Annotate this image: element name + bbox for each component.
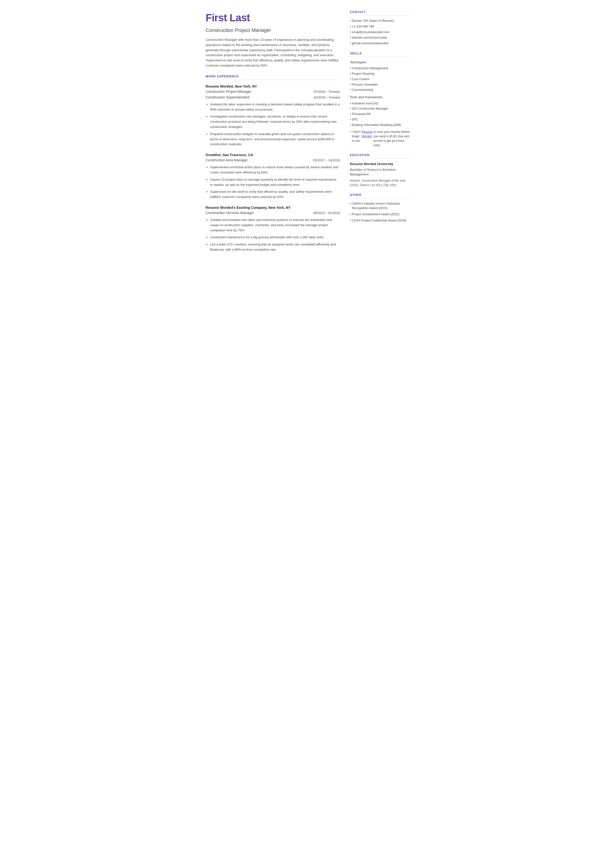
employer-block-3: Resume Worded's Exciting Company, New Yo… — [206, 205, 340, 252]
job-row-2-1: Construction Area Manager 05/2017 – 10/2… — [206, 158, 340, 163]
bullet-list-1: Assisted the labor supervisor in creatin… — [210, 102, 340, 147]
bullet-1-1: Assisted the labor supervisor in creatin… — [210, 102, 340, 112]
edu-degree: Bachelor of Science in Business Manageme… — [350, 167, 411, 177]
skill-technique-1: Construction Management — [350, 66, 411, 71]
contact-location: Denver, OH (Open to Remote) — [350, 19, 411, 23]
other-section: OTHER CMAA's Industry Honors Individual … — [350, 193, 411, 223]
right-column: CONTACT Denver, OH (Open to Remote) +1-2… — [350, 10, 411, 258]
skills-section: SKILLS Techniques: Construction Manageme… — [350, 51, 411, 148]
job-row-1-1: Construction Project Manager 07/2019 – P… — [206, 89, 340, 94]
skill-tool-5: Building Information Modeling (BIM) — [350, 123, 411, 127]
other-item-3: COAA Project Leadership Award (2018) — [350, 218, 411, 223]
bullet-2-1: Implemented corrective action plans to r… — [210, 165, 340, 175]
skill-tool-3: Primavera P6 — [350, 112, 411, 116]
bullet-3-1: Created and installed new labor and inve… — [210, 217, 340, 233]
skill-technique-3: Cost Control — [350, 77, 411, 82]
bullet-2-2: Inspect 10 project sites on average quar… — [210, 177, 340, 188]
bullet-1-3: Prepared construction budgets to evaluat… — [210, 132, 340, 147]
skill-technique-4: Process Scheduler — [350, 82, 411, 87]
job-date-1-1: 07/2019 – Present — [313, 89, 340, 94]
contact-email[interactable]: email@resumeworded.com — [350, 30, 411, 35]
contact-section: CONTACT Denver, OH (Open to Remote) +1-2… — [350, 10, 411, 46]
other-section-title: OTHER — [350, 193, 411, 199]
rw-note: • Don't forget to use Resume Worded to s… — [350, 130, 411, 148]
contact-github[interactable]: github.com/resumeworded — [350, 41, 411, 46]
techniques-label: Techniques: — [350, 60, 411, 65]
left-column: First Last Construction Project Manager … — [206, 10, 340, 258]
employer-name-1: Resume Worded, New York, NY — [206, 84, 340, 89]
employer-block-2: Growthsi, San Francisco, CA Construction… — [206, 152, 340, 200]
job-date-3-1: 08/2012 – 01/2015 — [313, 211, 340, 216]
candidate-title: Construction Project Manager — [206, 26, 340, 34]
job-title-2-1: Construction Area Manager — [206, 158, 248, 163]
bullet-list-2: Implemented corrective action plans to r… — [210, 165, 340, 200]
job-title-1-1: Construction Project Manager — [206, 89, 251, 94]
skills-section-title: SKILLS — [350, 51, 411, 57]
contact-linkedin[interactable]: linkedin.com/in/username — [350, 36, 411, 40]
employer-name-3: Resume Worded's Exciting Company, New Yo… — [206, 205, 340, 210]
employer-name-2: Growthsi, San Francisco, CA — [206, 152, 340, 158]
job-row-3-1: Construction Services Manager 08/2012 – … — [206, 210, 340, 216]
employer-block-1: Resume Worded, New York, NY Construction… — [206, 84, 340, 147]
bullet-2-3: Supervised on-site work to verify that e… — [210, 189, 340, 200]
bullet-3-3: Led a team of 5+ workers, ensuring that … — [210, 242, 340, 252]
rw-link[interactable]: Resume Worded — [361, 130, 373, 138]
skill-technique-5: Commissioning — [350, 88, 411, 92]
skill-tool-1: Autodesk AutoCAD — [350, 101, 411, 106]
skill-technique-2: Project Planning — [350, 71, 411, 76]
work-experience-section-title: WORK EXPERIENCE — [206, 74, 340, 80]
job-row-1-2: Construction Superintendent 10/2018 – Pr… — [206, 95, 340, 100]
job-date-2-1: 05/2017 – 10/2019 — [313, 158, 340, 163]
edu-school: Resume Worded University — [350, 161, 411, 166]
other-item-2: Project Achievement Award (2022) — [350, 212, 411, 217]
bullet-3-2: Conducted maintenance for a big grocery … — [210, 235, 340, 240]
job-title-1-2: Construction Superintendent — [206, 95, 250, 100]
contact-phone: +1-234-456-789 — [350, 24, 411, 29]
work-experience-section: Resume Worded, New York, NY Construction… — [206, 84, 340, 252]
skill-tool-2: ISS Construction Manager — [350, 106, 411, 111]
summary-text: Construction Manager with more than 10 y… — [206, 37, 340, 68]
candidate-name: First Last — [206, 10, 340, 25]
education-section: EDUCATION Resume Worded University Bache… — [350, 153, 411, 187]
education-section-title: EDUCATION — [350, 153, 411, 158]
contact-section-title: CONTACT — [350, 10, 411, 16]
other-item-1: CMAA's Industry Honors Individual Recogn… — [350, 202, 411, 211]
bullet-list-3: Created and installed new labor and inve… — [210, 217, 340, 252]
tools-label: Tools and Frameworks: — [350, 95, 411, 100]
job-date-1-2: 10/2018 – Present — [313, 95, 340, 100]
bullet-1-2: Investigated construction site damages, … — [210, 114, 340, 129]
edu-awards: Awards: Construction Manager of the Year… — [350, 179, 411, 187]
job-title-3-1: Construction Services Manager — [206, 210, 254, 216]
skill-tool-4: EPC — [350, 117, 411, 122]
resume-page: First Last Construction Project Manager … — [196, 0, 419, 268]
